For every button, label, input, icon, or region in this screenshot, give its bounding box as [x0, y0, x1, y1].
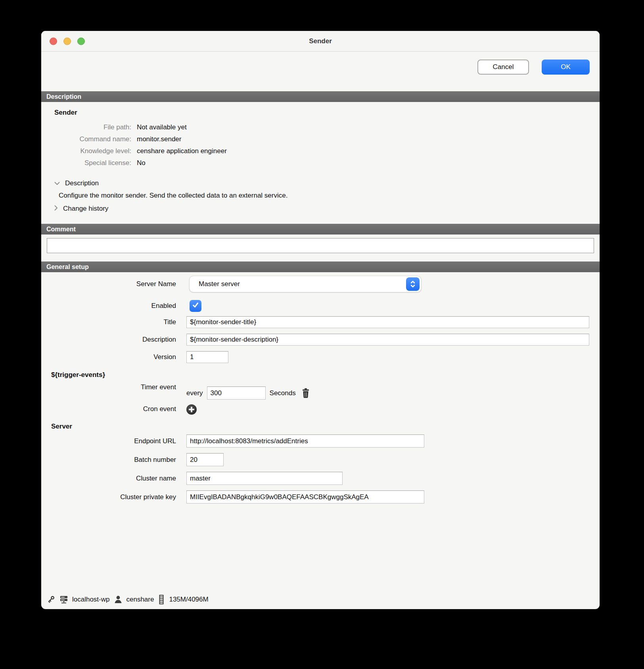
cron-event-label: Cron event — [41, 405, 176, 413]
dropdown-stepper-icon — [406, 277, 420, 291]
general-setup-section-header: General setup — [41, 261, 600, 272]
close-window-icon[interactable] — [50, 37, 57, 45]
info-value: censhare application engineer — [137, 145, 600, 157]
enabled-checkbox[interactable] — [190, 300, 201, 312]
change-history-disclosure[interactable]: Change history — [54, 205, 600, 213]
info-value: Not available yet — [137, 121, 600, 133]
cancel-button[interactable]: Cancel — [477, 60, 529, 75]
info-value: monitor.sender — [137, 133, 600, 145]
batch-number-input[interactable] — [186, 453, 224, 466]
info-value: No — [137, 157, 600, 169]
command-title: Sender — [54, 109, 600, 117]
server-icon — [59, 595, 69, 604]
description-disclosure-label: Description — [65, 179, 99, 187]
version-label: Version — [41, 353, 176, 361]
change-history-label: Change history — [63, 205, 108, 213]
status-memory: 135M/4096M — [169, 596, 208, 604]
enabled-label: Enabled — [41, 302, 176, 310]
general-setup-form: Server Name Master server Enabled — [41, 272, 600, 504]
batch-number-label: Batch number — [41, 456, 176, 464]
endpoint-url-input[interactable] — [186, 434, 424, 448]
add-cron-event-button[interactable] — [186, 404, 197, 415]
status-user-name: censhare — [126, 596, 154, 604]
memory-icon — [157, 594, 165, 605]
minimize-window-icon[interactable] — [63, 37, 71, 45]
trash-icon — [301, 388, 310, 398]
info-label: Special license: — [54, 157, 131, 169]
timer-event-label: Timer event — [41, 383, 176, 392]
description-section-header: Description — [41, 91, 600, 102]
title-input[interactable] — [186, 316, 589, 328]
description-input[interactable] — [186, 334, 589, 346]
description-block: Sender File path: Not available yet Comm… — [41, 109, 600, 213]
chevron-right-icon — [54, 205, 58, 213]
title-bar: Sender — [41, 31, 600, 52]
cluster-private-key-input[interactable] — [186, 490, 424, 504]
info-label: Command name: — [54, 133, 131, 145]
window-title: Sender — [309, 37, 332, 45]
chevron-down-icon — [54, 179, 60, 187]
status-server-name: localhost-wp — [72, 596, 110, 604]
description-text: Configure the monitor sender. Send the c… — [59, 192, 600, 200]
delete-timer-event-button[interactable] — [301, 388, 310, 398]
cluster-name-input[interactable] — [186, 472, 343, 485]
zoom-window-icon[interactable] — [77, 37, 85, 45]
endpoint-url-label: Endpoint URL — [41, 437, 176, 446]
server-name-select[interactable]: Master server — [190, 276, 421, 292]
cluster-private-key-label: Cluster private key — [41, 493, 176, 502]
title-label: Title — [41, 318, 176, 327]
trigger-events-heading: ${trigger-events} — [41, 371, 600, 379]
timer-every-text: every — [186, 389, 203, 397]
command-info-grid: File path: Not available yet Command nam… — [54, 121, 600, 169]
server-name-selected-value: Master server — [190, 280, 240, 288]
comment-input[interactable] — [47, 238, 594, 253]
ok-button[interactable]: OK — [542, 60, 590, 75]
checkmark-icon — [192, 301, 199, 311]
timer-seconds-input[interactable] — [207, 386, 266, 400]
comment-section-header: Comment — [41, 224, 600, 235]
server-heading: Server — [41, 423, 600, 431]
description-disclosure[interactable]: Description — [54, 179, 600, 187]
status-bar: localhost-wp censhare 135M/4096M — [46, 594, 209, 605]
key-icon — [46, 595, 56, 604]
cluster-name-label: Cluster name — [41, 474, 176, 483]
user-icon — [113, 595, 123, 604]
window-controls — [50, 37, 85, 45]
sender-dialog-window: Sender Cancel OK Description Sender File… — [41, 31, 600, 609]
info-label: File path: — [54, 121, 131, 133]
info-label: Knowledge level: — [54, 145, 131, 157]
timer-seconds-text: Seconds — [270, 389, 296, 397]
version-input[interactable] — [186, 351, 228, 363]
dialog-buttons: Cancel OK — [41, 52, 600, 75]
server-name-label: Server Name — [41, 280, 176, 288]
description-label: Description — [41, 335, 176, 344]
